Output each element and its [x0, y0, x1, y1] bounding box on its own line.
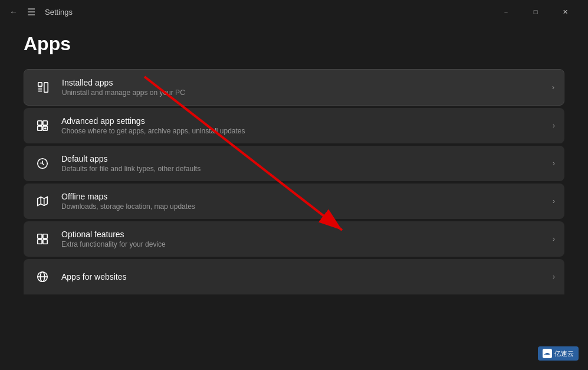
settings-list: Installed apps Uninstall and manage apps… [24, 69, 564, 294]
apps-for-websites-title: Apps for websites [61, 272, 127, 281]
apps-for-websites-icon [33, 267, 52, 286]
installed-apps-desc: Uninstall and manage apps on your PC [62, 89, 185, 97]
svg-rect-14 [38, 234, 42, 238]
default-apps-icon [33, 154, 52, 173]
settings-item-optional-features[interactable]: Optional features Extra functionality fo… [24, 221, 564, 257]
svg-rect-16 [38, 240, 42, 244]
optional-features-title: Optional features [61, 230, 166, 239]
watermark-label: 亿速云 [554, 349, 574, 358]
svg-rect-4 [44, 83, 48, 93]
advanced-app-settings-title: Advanced app settings [61, 116, 245, 126]
settings-item-advanced-app-settings[interactable]: Advanced app settings Choose where to ge… [24, 108, 564, 143]
offline-maps-chevron: › [553, 197, 555, 205]
settings-item-apps-for-websites[interactable]: Apps for websites › [24, 259, 564, 294]
advanced-app-settings-chevron: › [553, 122, 555, 130]
apps-for-websites-chevron: › [553, 273, 555, 281]
advanced-app-settings-icon [33, 116, 52, 135]
settings-item-default-apps[interactable]: Default apps Defaults for file and link … [24, 146, 564, 181]
settings-item-installed-apps[interactable]: Installed apps Uninstall and manage apps… [24, 69, 564, 106]
main-content: Apps Installed apps Uninstall and manage… [0, 24, 588, 304]
title-bar: ← ☰ Settings − □ ✕ [0, 0, 588, 24]
svg-rect-6 [43, 121, 47, 125]
advanced-app-settings-desc: Choose where to get apps, archive apps, … [61, 127, 245, 135]
watermark-icon [543, 349, 552, 358]
svg-rect-15 [43, 234, 47, 238]
back-button[interactable]: ← [9, 7, 18, 17]
svg-rect-17 [43, 240, 47, 244]
maximize-button[interactable]: □ [522, 2, 549, 21]
installed-apps-title: Installed apps [62, 78, 185, 87]
window-title: Settings [45, 8, 73, 17]
offline-maps-desc: Downloads, storage location, map updates [61, 202, 195, 211]
installed-apps-chevron: › [552, 83, 554, 91]
close-button[interactable]: ✕ [551, 2, 579, 21]
optional-features-chevron: › [553, 235, 555, 243]
title-bar-left: ← ☰ Settings [9, 6, 73, 18]
default-apps-title: Default apps [61, 154, 201, 163]
default-apps-chevron: › [553, 159, 555, 168]
watermark: 亿速云 [538, 346, 579, 361]
menu-button[interactable]: ☰ [27, 6, 35, 18]
svg-rect-7 [38, 126, 42, 130]
minimize-button[interactable]: − [492, 2, 520, 21]
svg-rect-0 [38, 83, 42, 86]
optional-features-icon [33, 230, 52, 248]
page-title: Apps [24, 33, 564, 55]
offline-maps-title: Offline maps [61, 192, 195, 201]
default-apps-desc: Defaults for file and link types, other … [61, 165, 201, 173]
optional-features-desc: Extra functionality for your device [61, 240, 166, 248]
title-bar-controls: − □ ✕ [492, 2, 579, 21]
settings-item-offline-maps[interactable]: Offline maps Downloads, storage location… [24, 184, 564, 219]
installed-apps-icon [34, 78, 52, 97]
offline-maps-icon [33, 192, 52, 211]
svg-rect-5 [38, 121, 42, 125]
